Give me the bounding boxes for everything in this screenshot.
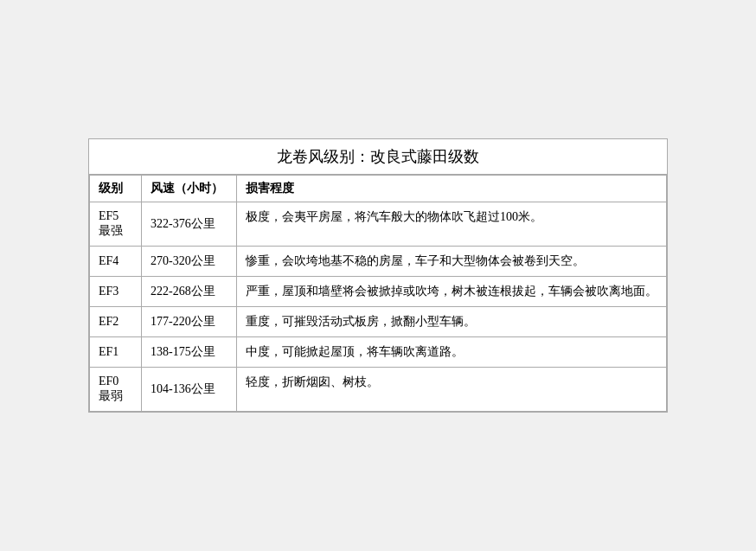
cell-level: EF1 bbox=[90, 337, 142, 368]
cell-damage: 严重，屋顶和墙壁将会被掀掉或吹垮，树木被连根拔起，车辆会被吹离地面。 bbox=[237, 277, 667, 307]
cell-level: EF4 bbox=[90, 247, 142, 277]
cell-damage: 中度，可能掀起屋顶，将车辆吹离道路。 bbox=[237, 337, 667, 368]
header-damage: 损害程度 bbox=[237, 176, 667, 202]
table-row: EF1138-175公里中度，可能掀起屋顶，将车辆吹离道路。 bbox=[90, 337, 667, 368]
cell-speed: 138-175公里 bbox=[142, 337, 237, 368]
cell-level: EF2 bbox=[90, 307, 142, 337]
table-header-row: 级别 风速（小时） 损害程度 bbox=[90, 176, 667, 202]
cell-speed: 222-268公里 bbox=[142, 277, 237, 307]
cell-speed: 270-320公里 bbox=[142, 247, 237, 277]
table-row: EF0 最弱104-136公里轻度，折断烟囱、树枝。 bbox=[90, 368, 667, 412]
cell-damage: 惨重，会吹垮地基不稳的房屋，车子和大型物体会被卷到天空。 bbox=[237, 247, 667, 277]
cell-level: EF0 最弱 bbox=[90, 368, 142, 412]
cell-damage: 轻度，折断烟囱、树枝。 bbox=[237, 368, 667, 412]
cell-level: EF3 bbox=[90, 277, 142, 307]
table-row: EF4270-320公里惨重，会吹垮地基不稳的房屋，车子和大型物体会被卷到天空。 bbox=[90, 247, 667, 277]
cell-damage: 极度，会夷平房屋，将汽车般大的物体吹飞超过100米。 bbox=[237, 202, 667, 247]
table-title: 龙卷风级别：改良式藤田级数 bbox=[89, 139, 667, 175]
cell-damage: 重度，可摧毁活动式板房，掀翻小型车辆。 bbox=[237, 307, 667, 337]
cell-level: EF5 最强 bbox=[90, 202, 142, 247]
tornado-table-container: 龙卷风级别：改良式藤田级数 级别 风速（小时） 损害程度 EF5 最强322-3… bbox=[88, 138, 668, 413]
cell-speed: 177-220公里 bbox=[142, 307, 237, 337]
cell-speed: 104-136公里 bbox=[142, 368, 237, 412]
table-row: EF3222-268公里严重，屋顶和墙壁将会被掀掉或吹垮，树木被连根拔起，车辆会… bbox=[90, 277, 667, 307]
header-speed: 风速（小时） bbox=[142, 176, 237, 202]
table-row: EF5 最强322-376公里极度，会夷平房屋，将汽车般大的物体吹飞超过100米… bbox=[90, 202, 667, 247]
tornado-table: 级别 风速（小时） 损害程度 EF5 最强322-376公里极度，会夷平房屋，将… bbox=[89, 175, 667, 412]
cell-speed: 322-376公里 bbox=[142, 202, 237, 247]
header-level: 级别 bbox=[90, 176, 142, 202]
table-row: EF2177-220公里重度，可摧毁活动式板房，掀翻小型车辆。 bbox=[90, 307, 667, 337]
